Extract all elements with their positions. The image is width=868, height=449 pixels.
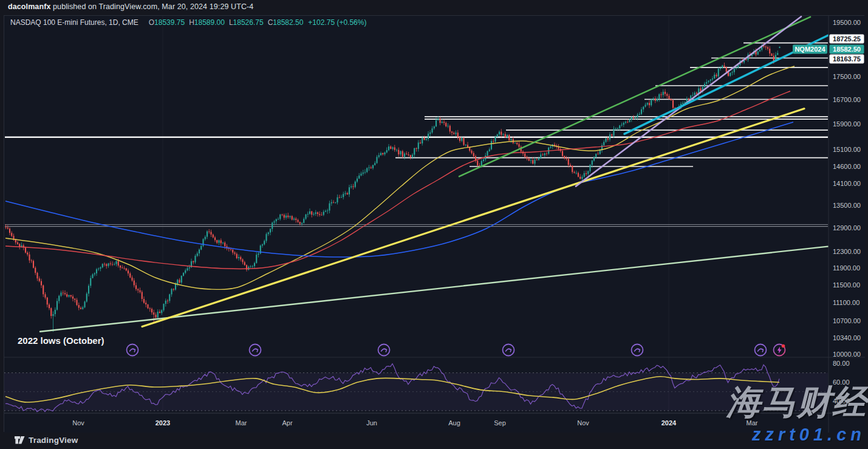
candle-body: [214, 238, 216, 241]
rsi-axis-label: 40.00: [833, 397, 850, 405]
x-axis-label-Nov[interactable]: Nov: [72, 419, 84, 427]
candle-body: [106, 264, 107, 266]
candle-body: [587, 171, 589, 174]
candle-body: [50, 308, 52, 316]
candle-body: [402, 151, 403, 157]
close-label: C: [268, 18, 273, 27]
candle-body: [410, 155, 411, 157]
x-axis-label-2023[interactable]: 2023: [155, 419, 170, 427]
y-axis-label: 10340.00: [833, 334, 861, 341]
candle-body: [400, 151, 401, 154]
candle-body: [611, 134, 612, 135]
x-axis-label-Aug[interactable]: Aug: [448, 419, 460, 427]
x-axis-label-Apr[interactable]: Apr: [282, 419, 292, 427]
candle-body: [716, 75, 717, 77]
candle-body: [147, 304, 148, 308]
candle-body: [72, 296, 73, 299]
candle-body: [593, 157, 595, 161]
symbol-title[interactable]: NASDAQ 100 E-mini Futures, 1D, CME: [10, 18, 138, 27]
candle-body: [142, 292, 143, 300]
tradingview-brand-text[interactable]: TradingView: [29, 436, 78, 445]
y-axis-label: 15100.00: [833, 146, 861, 153]
x-axis-label-Jun[interactable]: Jun: [366, 419, 377, 427]
symbol-legend[interactable]: NASDAQ 100 E-mini Futures, 1D, CMEO18539…: [10, 18, 366, 27]
close-value: 18582.50: [273, 18, 303, 27]
candle-body: [423, 138, 425, 140]
candle-body: [376, 157, 377, 163]
candle-body: [55, 310, 56, 314]
candle-body: [301, 223, 302, 224]
candle-body: [497, 134, 498, 137]
candle-body: [173, 289, 174, 290]
candle-body: [483, 159, 484, 161]
candle-body: [167, 301, 168, 301]
price-label-text: 18163.75: [833, 55, 861, 63]
candle-body: [660, 94, 661, 95]
candle-body: [731, 72, 733, 73]
candle-body: [121, 267, 123, 268]
candle-body: [295, 219, 296, 220]
candle-body: [335, 202, 336, 203]
candle: [260, 244, 261, 254]
candle-body: [712, 78, 713, 80]
y-axis-label: 15900.00: [833, 120, 861, 128]
candle-body: [398, 150, 399, 155]
price-label-text: 18582.50: [833, 46, 861, 53]
candle-body: [17, 242, 18, 244]
x-axis-label-Sep[interactable]: Sep: [494, 419, 506, 427]
candle-body: [576, 173, 577, 174]
candle-body: [205, 237, 206, 239]
candle-body: [453, 133, 454, 134]
x-axis-label-Mar[interactable]: Mar: [236, 419, 247, 427]
candle-body: [202, 239, 203, 246]
candle-body: [171, 289, 172, 295]
candle-body: [530, 160, 531, 160]
candle-body: [771, 53, 772, 56]
candle-body: [621, 125, 622, 125]
high-value: 18589.00: [194, 18, 225, 27]
candle: [84, 301, 85, 309]
candle: [726, 66, 727, 72]
candle-body: [682, 103, 683, 105]
low-value: 18526.75: [233, 18, 264, 27]
candle-body: [129, 273, 131, 278]
candle-body: [631, 117, 632, 120]
candle-body: [343, 194, 344, 197]
candle-body: [629, 120, 630, 122]
x-axis-label-2024[interactable]: 2024: [661, 419, 677, 427]
candle-body: [145, 303, 146, 304]
candle-body: [9, 228, 10, 233]
y-axis-label: 11100.00: [833, 299, 859, 306]
candle-body: [151, 309, 152, 312]
candle-body: [236, 254, 238, 258]
candle-body: [265, 234, 267, 241]
candle-body: [368, 168, 369, 168]
tradingview-logo-icon[interactable]: [15, 436, 25, 445]
candle-body: [284, 215, 285, 218]
candle-body: [325, 211, 326, 211]
candle-body: [445, 123, 446, 126]
candle-body: [734, 69, 735, 72]
x-axis-label-Nov[interactable]: Nov: [577, 419, 589, 427]
candle-body: [311, 211, 312, 215]
rsi-axis-label: 60.00: [833, 379, 850, 386]
candle-body: [386, 150, 388, 153]
candle-body: [134, 281, 135, 286]
candle-body: [355, 182, 356, 187]
candle-body: [200, 246, 202, 250]
candle-body: [536, 160, 538, 160]
candle: [463, 137, 464, 146]
candle-body: [254, 263, 255, 266]
candle-body: [473, 153, 474, 156]
candle-body: [613, 129, 614, 135]
publisher-username[interactable]: dacolmanfx: [8, 2, 50, 11]
chart-annotation-2022-lows: 2022 lows (October): [18, 335, 104, 346]
candle-body: [767, 47, 768, 49]
candle-body: [63, 293, 64, 293]
candle-body: [319, 214, 320, 215]
candle-body: [714, 75, 715, 78]
x-axis-label-Mar[interactable]: Mar: [747, 419, 758, 427]
candle-body: [422, 138, 423, 143]
candle-body: [627, 122, 628, 123]
candle-body: [323, 212, 324, 215]
